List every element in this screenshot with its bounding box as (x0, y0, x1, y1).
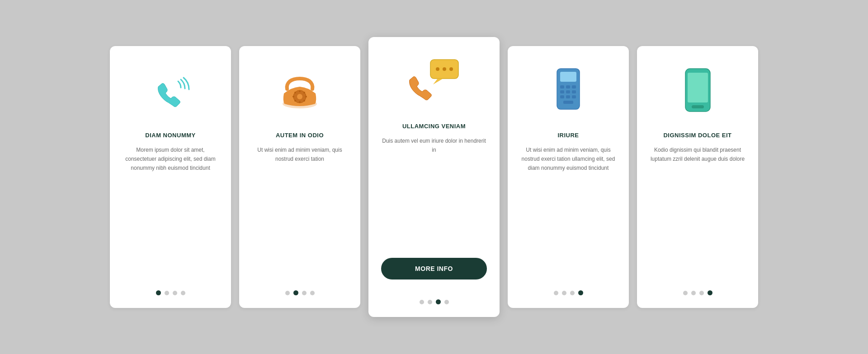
svg-point-10 (294, 92, 296, 93)
card-1: DIAM NONUMMY Morem ipsum dolor sit amet,… (110, 46, 231, 308)
svg-point-3 (299, 90, 301, 92)
dot-2-2 (302, 291, 307, 295)
dot-3-0 (420, 300, 424, 304)
card-4-body: Ut wisi enim ad minim veniam, quis nostr… (520, 146, 616, 279)
svg-point-8 (294, 100, 296, 102)
card-2: AUTEM IN ODIO Ut wisi enim ad minim veni… (239, 46, 360, 308)
phone-ringing-icon (150, 71, 191, 112)
dot-4-0 (554, 291, 558, 295)
card-4: IRIURE Ut wisi enim ad minim veniam, qui… (508, 46, 629, 308)
dot-2-3 (310, 291, 315, 295)
svg-rect-29 (688, 73, 708, 102)
dot-3-3 (444, 300, 449, 304)
icon-area-1 (143, 64, 198, 118)
card-4-title: IRIURE (557, 132, 579, 139)
card-3-body: Duis autem vel eum iriure dolor in hendr… (381, 137, 487, 249)
icon-area-3 (407, 55, 461, 109)
svg-rect-26 (572, 95, 576, 98)
dot-1-1 (165, 291, 169, 295)
svg-point-9 (292, 96, 294, 98)
card-2-body: Ut wisi enim ad minim veniam, quis nostr… (252, 146, 348, 279)
card-5-title: DIGNISSIM DOLOE EIT (663, 132, 731, 139)
dot-1-0 (156, 290, 161, 295)
feature-phone-icon (550, 66, 586, 116)
desk-phone-icon (277, 69, 322, 114)
more-info-button[interactable]: MORE INFO (381, 258, 487, 279)
svg-rect-20 (572, 85, 576, 88)
card-1-body: Morem ipsum dolor sit amet, consectetuer… (123, 146, 218, 279)
card-4-dots (554, 290, 583, 295)
svg-point-6 (303, 100, 305, 102)
dot-4-2 (570, 291, 575, 295)
card-2-title: AUTEM IN ODIO (276, 132, 324, 139)
dot-2-1 (293, 290, 298, 295)
card-3: ULLAMCING VENIAM Duis autem vel eum iriu… (368, 37, 500, 317)
card-5-body: Kodio dignissim qui blandit praesent lup… (650, 146, 745, 279)
svg-rect-17 (560, 72, 576, 82)
svg-rect-25 (566, 95, 570, 98)
svg-rect-23 (572, 90, 576, 93)
svg-point-14 (443, 67, 446, 71)
svg-rect-27 (563, 101, 573, 104)
svg-point-2 (297, 94, 302, 99)
svg-rect-19 (566, 85, 570, 88)
svg-rect-21 (560, 90, 564, 93)
card-2-dots (285, 290, 315, 295)
svg-marker-12 (433, 79, 443, 84)
icon-area-4 (541, 64, 595, 118)
svg-rect-18 (560, 85, 564, 88)
icon-area-2 (273, 64, 327, 118)
dot-4-1 (562, 291, 566, 295)
dot-5-1 (691, 291, 696, 295)
icon-area-5 (670, 64, 725, 118)
card-1-title: DIAM NONUMMY (145, 132, 195, 139)
dot-1-2 (173, 291, 177, 295)
card-5-dots (683, 290, 712, 295)
svg-rect-24 (560, 95, 564, 98)
dot-5-2 (699, 291, 704, 295)
dot-2-0 (285, 291, 290, 295)
dot-1-3 (181, 291, 185, 295)
cards-container: DIAM NONUMMY Morem ipsum dolor sit amet,… (96, 23, 772, 331)
svg-rect-30 (692, 105, 704, 108)
svg-point-15 (449, 67, 453, 71)
svg-rect-22 (566, 90, 570, 93)
svg-point-7 (299, 101, 301, 103)
dot-3-2 (436, 299, 441, 304)
smartphone-icon (681, 66, 715, 116)
dot-5-3 (708, 290, 712, 295)
svg-point-4 (303, 92, 305, 93)
card-5: DIGNISSIM DOLOE EIT Kodio dignissim qui … (637, 46, 758, 308)
svg-point-5 (305, 96, 307, 98)
dot-5-0 (683, 291, 688, 295)
card-3-dots (420, 299, 449, 304)
card-1-dots (156, 290, 185, 295)
dot-3-1 (428, 300, 432, 304)
phone-chat-icon (407, 57, 461, 107)
card-3-title: ULLAMCING VENIAM (402, 123, 466, 130)
dot-4-3 (578, 290, 583, 295)
svg-point-13 (436, 67, 439, 71)
